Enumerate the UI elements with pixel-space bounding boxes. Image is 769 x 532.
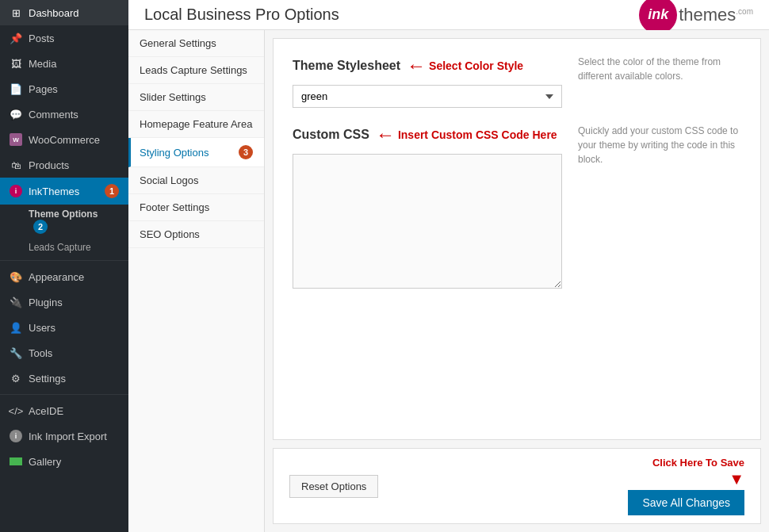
inkthemes-badge: 1 bbox=[105, 184, 119, 198]
sidebar-item-inkthemes[interactable]: i InkThemes 1 bbox=[0, 178, 128, 205]
sub-sidebar-homepage-feature[interactable]: Homepage Feature Area bbox=[128, 111, 264, 138]
gallery-icon bbox=[10, 455, 22, 468]
comments-icon: 💬 bbox=[10, 108, 22, 121]
products-icon: 🛍 bbox=[10, 159, 22, 171]
acide-icon: </> bbox=[10, 404, 22, 417]
appearance-icon: 🎨 bbox=[10, 270, 22, 283]
sidebar-label-settings: Settings bbox=[29, 373, 66, 385]
sidebar-label-acide: AceIDE bbox=[29, 405, 63, 417]
save-button[interactable]: Save All Changes bbox=[628, 490, 744, 515]
sidebar-label-theme-options: Theme Options bbox=[29, 209, 98, 220]
sidebar-label-appearance: Appearance bbox=[29, 271, 84, 283]
custom-css-annotation: ← Insert Custom CSS Code Here bbox=[376, 124, 557, 146]
save-annotation-text: Click Here To Save bbox=[652, 457, 744, 469]
logo-themes: themes bbox=[679, 5, 736, 25]
styling-badge: 3 bbox=[239, 145, 253, 159]
sidebar-item-dashboard[interactable]: ⊞ Dashboard bbox=[0, 0, 128, 25]
sidebar-item-pages[interactable]: 📄 Pages bbox=[0, 76, 128, 101]
logo-icon: ink bbox=[639, 0, 677, 34]
sidebar-item-theme-options[interactable]: Theme Options 2 bbox=[0, 205, 128, 238]
ink-import-icon: i bbox=[10, 430, 22, 442]
topbar: Local Business Pro Options ink themes.co… bbox=[128, 0, 769, 30]
sidebar-item-products[interactable]: 🛍 Products bbox=[0, 152, 128, 178]
sidebar-label-users: Users bbox=[29, 322, 55, 334]
custom-css-annotation-text: Insert Custom CSS Code Here bbox=[398, 128, 557, 141]
sidebar-item-tools[interactable]: 🔧 Tools bbox=[0, 340, 128, 366]
sub-sidebar-styling-options[interactable]: Styling Options 3 bbox=[128, 138, 264, 167]
plugins-icon: 🔌 bbox=[10, 296, 22, 308]
inkthemes-icon: i bbox=[10, 185, 22, 197]
sub-sidebar-seo-options[interactable]: SEO Options bbox=[128, 221, 264, 248]
color-style-text: Select Color Style bbox=[429, 59, 523, 72]
posts-icon: 📌 bbox=[10, 32, 22, 44]
left-arrow-icon: ← bbox=[407, 55, 426, 77]
save-annotation-area: Click Here To Save ▼ Save All Changes bbox=[628, 457, 744, 515]
theme-stylesheet-label: Theme Stylesheet bbox=[293, 59, 400, 73]
custom-css-textarea[interactable] bbox=[293, 154, 562, 289]
sidebar-item-plugins[interactable]: 🔌 Plugins bbox=[0, 289, 128, 315]
color-style-annotation: ← Select Color Style bbox=[407, 55, 523, 77]
dashboard-icon: ⊞ bbox=[10, 6, 22, 19]
panel: Theme Stylesheet ← Select Color Style gr… bbox=[265, 30, 769, 532]
sidebar-label-plugins: Plugins bbox=[29, 297, 63, 308]
sidebar-label-gallery: Gallery bbox=[29, 456, 61, 468]
main-area: Local Business Pro Options ink themes.co… bbox=[128, 0, 769, 532]
reset-button[interactable]: Reset Options bbox=[289, 475, 378, 498]
sub-sidebar-general-settings[interactable]: General Settings bbox=[128, 30, 264, 57]
sidebar-label-inkthemes: InkThemes bbox=[29, 186, 79, 197]
custom-css-row: Custom CSS ← Insert Custom CSS Code Here… bbox=[293, 124, 741, 291]
color-style-select[interactable]: green blue red default bbox=[293, 85, 562, 108]
sidebar-item-leads-capture[interactable]: Leads Capture bbox=[0, 238, 128, 257]
sub-sidebar-footer-settings[interactable]: Footer Settings bbox=[128, 194, 264, 221]
sidebar-label-comments: Comments bbox=[29, 109, 78, 121]
custom-css-help: Quickly add your custom CSS code to your… bbox=[578, 124, 741, 166]
sidebar-label-ink-import-export: Ink Import Export bbox=[29, 431, 107, 442]
users-icon: 👤 bbox=[10, 321, 22, 334]
theme-options-badge: 2 bbox=[33, 220, 48, 234]
sub-sidebar-label-footer: Footer Settings bbox=[140, 201, 209, 213]
sidebar-item-comments[interactable]: 💬 Comments bbox=[0, 101, 128, 127]
sidebar: ⊞ Dashboard 📌 Posts 🖼 Media 📄 Pages 💬 Co… bbox=[0, 0, 128, 532]
sub-sidebar-label-general-settings: General Settings bbox=[140, 37, 216, 49]
sidebar-label-pages: Pages bbox=[29, 83, 58, 95]
theme-stylesheet-help: Select the color of the theme from diffe… bbox=[578, 55, 741, 83]
down-arrow-icon: ▼ bbox=[729, 470, 744, 488]
sidebar-item-settings[interactable]: ⚙ Settings bbox=[0, 366, 128, 391]
sidebar-label-products: Products bbox=[29, 159, 69, 171]
custom-css-arrow-icon: ← bbox=[376, 124, 395, 146]
theme-stylesheet-label-row: Theme Stylesheet ← Select Color Style bbox=[293, 55, 562, 77]
sub-sidebar-leads-capture-settings[interactable]: Leads Capture Settings bbox=[128, 57, 264, 84]
sidebar-item-gallery[interactable]: Gallery bbox=[0, 449, 128, 474]
sub-sidebar-label-social: Social Logos bbox=[140, 174, 198, 186]
media-icon: 🖼 bbox=[10, 57, 22, 70]
sidebar-item-acide[interactable]: </> AceIDE bbox=[0, 398, 128, 423]
sub-sidebar-label-seo: SEO Options bbox=[140, 228, 200, 240]
logo-com: .com bbox=[736, 6, 753, 15]
theme-stylesheet-row: Theme Stylesheet ← Select Color Style gr… bbox=[293, 55, 741, 108]
custom-css-label: Custom CSS bbox=[293, 128, 369, 142]
sub-sidebar-social-logos[interactable]: Social Logos bbox=[128, 167, 264, 194]
sidebar-item-posts[interactable]: 📌 Posts bbox=[0, 25, 128, 51]
sub-sidebar-label-styling: Styling Options bbox=[140, 147, 209, 159]
pages-icon: 📄 bbox=[10, 82, 22, 95]
sidebar-item-woocommerce[interactable]: W WooCommerce bbox=[0, 127, 128, 152]
sidebar-item-media[interactable]: 🖼 Media bbox=[0, 51, 128, 76]
sub-sidebar-label-homepage: Homepage Feature Area bbox=[140, 118, 252, 130]
panel-content: Theme Stylesheet ← Select Color Style gr… bbox=[273, 38, 761, 440]
sub-sidebar-label-slider: Slider Settings bbox=[140, 91, 206, 103]
bottom-bar: Reset Options Click Here To Save ▼ Save … bbox=[273, 448, 761, 524]
sidebar-label-posts: Posts bbox=[29, 33, 55, 44]
settings-icon: ⚙ bbox=[10, 372, 22, 385]
sidebar-item-appearance[interactable]: 🎨 Appearance bbox=[0, 264, 128, 289]
sidebar-item-users[interactable]: 👤 Users bbox=[0, 315, 128, 340]
theme-stylesheet-left: Theme Stylesheet ← Select Color Style gr… bbox=[293, 55, 562, 108]
sidebar-item-ink-import-export[interactable]: i Ink Import Export bbox=[0, 423, 128, 449]
logo-ink: ink bbox=[648, 6, 668, 23]
logo-themes-text: themes.com bbox=[679, 5, 753, 25]
logo: ink themes.com bbox=[639, 0, 753, 34]
sidebar-label-dashboard: Dashboard bbox=[29, 7, 79, 19]
divider-1 bbox=[0, 260, 128, 261]
sub-sidebar-slider-settings[interactable]: Slider Settings bbox=[128, 84, 264, 111]
tools-icon: 🔧 bbox=[10, 346, 22, 359]
page-title: Local Business Pro Options bbox=[144, 6, 339, 24]
